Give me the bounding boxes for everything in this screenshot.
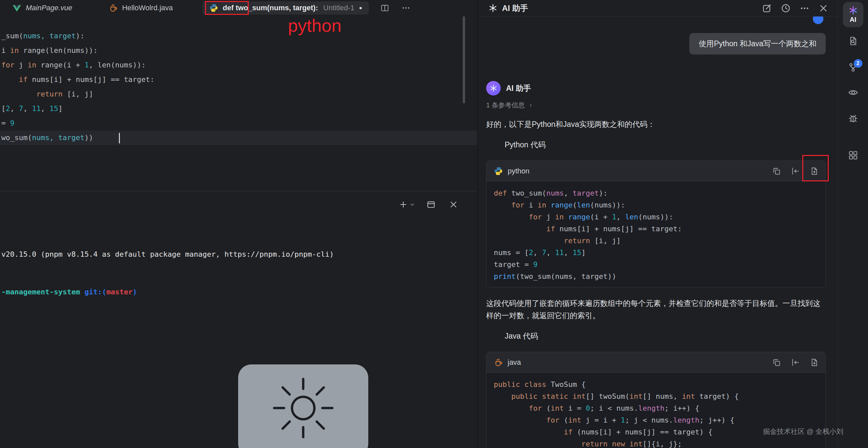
python-code-block-header: python [487,161,826,181]
ai-assistant-panel: AI 助手 使用Python 和Java写一个两数之和 AI 助手 1 条参考信… [477,0,838,448]
ai-gradient-snowflake-icon [848,6,858,15]
python-icon [494,167,503,176]
split-terminal-icon[interactable] [426,200,436,209]
tab-untitled-python[interactable]: def two_sum(nums, target): Untitled-1 ● [203,1,369,14]
terminal-line: v20.15.0 (pnpm v8.15.4 as default packag… [1,248,477,261]
theme-toggle-image [238,364,368,448]
terminal-output: v20.15.0 (pnpm v8.15.4 as default packag… [0,191,477,324]
code-language-label: java [508,358,521,367]
snowflake-icon [490,84,497,92]
insert-at-caret-icon[interactable] [791,167,800,176]
ide-window: MainPage.vue HelloWolrd.java def two_sum… [0,0,868,448]
bug-icon [848,113,859,124]
reference-label: 1 条参考信息 [486,101,525,110]
code-block-actions [772,358,819,367]
create-new-file-icon[interactable] [810,358,819,367]
debug-activity-item[interactable] [848,113,859,124]
ai-explanation-text: 这段代码使用了嵌套的循环来遍历数组中的每个元素，并检查它们的和是否等于目标值。一… [486,297,826,322]
insert-at-caret-icon[interactable] [791,358,800,367]
close-terminal-icon[interactable] [449,200,458,209]
sun-icon [238,364,368,448]
python-icon [209,3,218,12]
preview-activity-item[interactable] [848,87,859,98]
code-language-label: python [508,167,529,175]
ai-intro-text: 好的，以下是Python和Java实现两数之和的代码： [486,118,826,130]
chat-scroll-area[interactable]: 使用Python 和Java写一个两数之和 AI 助手 1 条参考信息 好的，以… [478,17,838,448]
doc-search-icon [848,36,859,46]
ai-activity-label: AI [850,16,857,24]
close-panel-icon[interactable] [818,3,828,13]
more-options-icon[interactable] [800,3,810,13]
user-message-bubble: 使用Python 和Java写一个两数之和 [689,33,826,55]
terminal-git-branch: master [106,288,132,296]
tab-bar-actions [380,3,410,12]
source-control-badge: 2 [854,59,862,68]
more-actions-icon[interactable] [401,3,410,12]
ai-name: AI 助手 [506,83,531,93]
tab-label: HelloWolrd.java [122,4,173,12]
user-message-row: 使用Python 和Java写一个两数之和 [486,33,826,55]
code-block-actions [772,167,819,176]
history-icon[interactable] [781,3,791,13]
tab-secondary-label: Untitled-1 [323,4,354,12]
documentation-activity-item[interactable] [848,36,859,46]
ai-panel-title: AI 助手 [502,3,528,13]
tab-mainpage-vue[interactable]: MainPage.vue [6,1,79,14]
reference-info-toggle[interactable]: 1 条参考信息 [486,101,826,110]
user-avatar [813,17,824,24]
text-cursor [119,133,120,143]
terminal-dropdown-icon[interactable] [409,202,415,207]
editor-scrollbar[interactable] [463,16,465,103]
editor-tab-bar: MainPage.vue HelloWolrd.java def two_sum… [0,0,477,16]
annotation-text-python: python [288,15,342,36]
tab-label: MainPage.vue [26,4,72,12]
right-activity-bar: AI 2 [838,0,868,448]
python-code: def two_sum(nums, target): for i in rang… [487,181,826,287]
java-code: public class TwoSum { public static int[… [487,373,826,448]
source-control-activity-item[interactable]: 2 [848,62,859,73]
java-code-heading: Java 代码 [486,331,826,341]
java-code-block-header: java [487,352,826,373]
terminal-dir: -management-system [1,288,80,296]
terminal-controls [399,200,458,209]
ai-logo-icon [489,4,497,12]
tab-label: def two_sum(nums, target): [223,4,318,12]
code-editor[interactable]: _sum(nums, target):i in range(len(nums))… [0,16,477,191]
tab-helloworld-java[interactable]: HelloWolrd.java [102,1,180,14]
python-code-heading: Python 代码 [486,140,826,150]
terminal-prompt-line: -management-system git:(master) [1,286,477,298]
chevron-right-icon [528,103,533,108]
eye-icon [848,87,859,98]
ai-panel-header: AI 助手 [478,0,838,17]
terminal-git-suffix: ) [132,288,137,296]
terminal-git-prefix: git:( [80,288,106,296]
new-terminal-icon[interactable] [399,200,408,209]
java-icon [494,358,503,367]
split-editor-icon[interactable] [380,3,390,12]
vue-icon [12,3,22,12]
copy-code-icon[interactable] [772,167,781,176]
dashboard-activity-item[interactable] [848,150,859,160]
ai-header-actions [762,3,828,13]
java-icon [108,3,118,12]
create-new-file-icon[interactable] [810,167,819,176]
python-code-block: python def two_sum(nums, target): for i … [486,160,826,288]
copy-code-icon[interactable] [772,358,781,367]
ai-assistant-activity-item[interactable]: AI [843,2,863,27]
ai-avatar [486,81,501,95]
modified-dot: ● [359,5,362,11]
ai-message-header: AI 助手 [486,81,826,95]
watermark: 掘金技术社区 @ 全栈小刘 [763,427,843,436]
new-chat-icon[interactable] [762,3,772,13]
grid-icon [848,150,859,160]
editor-region: MainPage.vue HelloWolrd.java def two_sum… [0,0,477,448]
